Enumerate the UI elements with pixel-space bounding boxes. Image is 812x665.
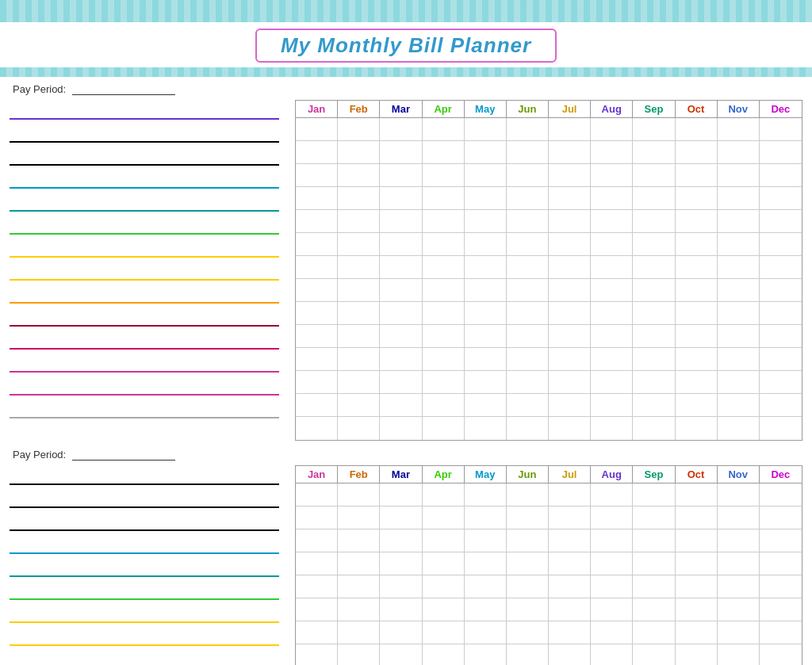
grid-cell[interactable] bbox=[633, 644, 675, 665]
grid-cell[interactable] bbox=[760, 302, 802, 325]
grid-row[interactable] bbox=[296, 529, 802, 552]
grid-cell[interactable] bbox=[633, 302, 675, 325]
grid-cell[interactable] bbox=[718, 256, 760, 279]
grid-cell[interactable] bbox=[718, 279, 760, 302]
grid-cell[interactable] bbox=[465, 552, 507, 575]
grid-cell[interactable] bbox=[338, 644, 380, 665]
grid-cell[interactable] bbox=[465, 598, 507, 621]
grid-cell[interactable] bbox=[676, 348, 718, 371]
grid-cell[interactable] bbox=[423, 417, 465, 440]
grid-cell[interactable] bbox=[423, 164, 465, 187]
grid-cell[interactable] bbox=[465, 210, 507, 233]
grid-cell[interactable] bbox=[338, 575, 380, 598]
grid-cell[interactable] bbox=[591, 644, 633, 665]
grid-cell[interactable] bbox=[380, 210, 422, 233]
grid-cell[interactable] bbox=[760, 506, 802, 529]
grid-cell[interactable] bbox=[423, 529, 465, 552]
grid-cell[interactable] bbox=[549, 644, 591, 665]
grid-cell[interactable] bbox=[549, 483, 591, 506]
grid-cell[interactable] bbox=[296, 483, 338, 506]
grid-cell[interactable] bbox=[718, 621, 760, 644]
grid-cell[interactable] bbox=[591, 325, 633, 348]
grid-cell[interactable] bbox=[760, 279, 802, 302]
grid-row[interactable] bbox=[296, 394, 802, 417]
grid-cell[interactable] bbox=[338, 141, 380, 164]
grid-cell[interactable] bbox=[633, 187, 675, 210]
grid-cell[interactable] bbox=[423, 394, 465, 417]
grid-cell[interactable] bbox=[423, 348, 465, 371]
grid-cell[interactable] bbox=[465, 325, 507, 348]
grid-cell[interactable] bbox=[633, 506, 675, 529]
grid-cell[interactable] bbox=[296, 644, 338, 665]
grid-cell[interactable] bbox=[338, 118, 380, 141]
grid-cell[interactable] bbox=[465, 417, 507, 440]
grid-cell[interactable] bbox=[423, 302, 465, 325]
grid-row[interactable] bbox=[296, 552, 802, 575]
grid-cell[interactable] bbox=[549, 552, 591, 575]
grid-cell[interactable] bbox=[423, 575, 465, 598]
grid-cell[interactable] bbox=[465, 644, 507, 665]
grid-cell[interactable] bbox=[423, 325, 465, 348]
grid-cell[interactable] bbox=[296, 325, 338, 348]
grid-cell[interactable] bbox=[676, 644, 718, 665]
grid-cell[interactable] bbox=[676, 575, 718, 598]
grid-cell[interactable] bbox=[633, 325, 675, 348]
grid-row[interactable] bbox=[296, 371, 802, 394]
grid-cell[interactable] bbox=[591, 394, 633, 417]
grid-row[interactable] bbox=[296, 598, 802, 621]
grid-cell[interactable] bbox=[338, 233, 380, 256]
grid-row[interactable] bbox=[296, 233, 802, 256]
grid-cell[interactable] bbox=[633, 483, 675, 506]
grid-cell[interactable] bbox=[549, 417, 591, 440]
grid-cell[interactable] bbox=[380, 256, 422, 279]
grid-cell[interactable] bbox=[507, 529, 549, 552]
grid-cell[interactable] bbox=[676, 325, 718, 348]
grid-cell[interactable] bbox=[676, 552, 718, 575]
grid-cell[interactable] bbox=[296, 302, 338, 325]
grid-cell[interactable] bbox=[633, 141, 675, 164]
grid-cell[interactable] bbox=[633, 598, 675, 621]
grid-cell[interactable] bbox=[676, 506, 718, 529]
grid-cell[interactable] bbox=[549, 187, 591, 210]
grid-cell[interactable] bbox=[633, 371, 675, 394]
grid-cell[interactable] bbox=[676, 233, 718, 256]
grid-row[interactable] bbox=[296, 279, 802, 302]
grid-cell[interactable] bbox=[380, 325, 422, 348]
grid-cell[interactable] bbox=[507, 118, 549, 141]
grid-cell[interactable] bbox=[338, 506, 380, 529]
grid-cell[interactable] bbox=[549, 233, 591, 256]
grid-cell[interactable] bbox=[380, 279, 422, 302]
grid-cell[interactable] bbox=[507, 483, 549, 506]
grid-cell[interactable] bbox=[633, 621, 675, 644]
grid-row[interactable] bbox=[296, 575, 802, 598]
grid-cell[interactable] bbox=[549, 529, 591, 552]
grid-cell[interactable] bbox=[338, 348, 380, 371]
grid-cell[interactable] bbox=[296, 164, 338, 187]
grid-cell[interactable] bbox=[465, 256, 507, 279]
grid-cell[interactable] bbox=[718, 233, 760, 256]
grid-cell[interactable] bbox=[633, 552, 675, 575]
grid-cell[interactable] bbox=[549, 371, 591, 394]
grid-cell[interactable] bbox=[507, 256, 549, 279]
grid-cell[interactable] bbox=[633, 394, 675, 417]
grid-cell[interactable] bbox=[507, 552, 549, 575]
grid-cell[interactable] bbox=[380, 302, 422, 325]
grid-cell[interactable] bbox=[507, 394, 549, 417]
grid-cell[interactable] bbox=[718, 371, 760, 394]
grid-cell[interactable] bbox=[718, 210, 760, 233]
grid-cell[interactable] bbox=[549, 118, 591, 141]
grid-cell[interactable] bbox=[676, 118, 718, 141]
grid-row[interactable] bbox=[296, 164, 802, 187]
grid-cell[interactable] bbox=[296, 256, 338, 279]
grid-cell[interactable] bbox=[465, 621, 507, 644]
grid-cell[interactable] bbox=[549, 394, 591, 417]
grid-cell[interactable] bbox=[507, 348, 549, 371]
grid-cell[interactable] bbox=[633, 417, 675, 440]
grid-cell[interactable] bbox=[380, 552, 422, 575]
grid-cell[interactable] bbox=[718, 575, 760, 598]
grid-cell[interactable] bbox=[507, 575, 549, 598]
grid-cell[interactable] bbox=[380, 598, 422, 621]
grid-cell[interactable] bbox=[760, 483, 802, 506]
grid-cell[interactable] bbox=[380, 348, 422, 371]
grid-cell[interactable] bbox=[760, 325, 802, 348]
